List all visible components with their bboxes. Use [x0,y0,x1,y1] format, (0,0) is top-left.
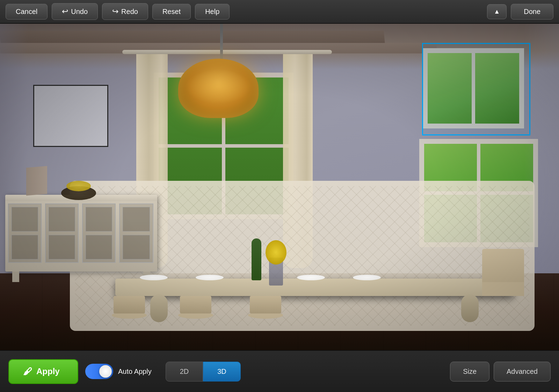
paint-icon: 🖌 [23,366,32,377]
flowers [266,240,286,286]
bottom-right-buttons: Size Advanced [450,362,551,382]
redo-icon: ↪ [112,7,118,16]
table-leg-left [150,294,168,322]
apply-button[interactable]: 🖌 Apply [8,359,78,384]
view-3d-button[interactable]: 3D [203,362,241,382]
top-toolbar: Cancel ↩ Undo ↪ Redo Reset Help ▲ Done [0,0,559,24]
size-label: Size [463,368,477,375]
reset-label: Reset [162,8,181,16]
window-right-top [423,48,524,128]
curtain-rod [122,50,332,54]
plate-1 [140,275,168,280]
view-2d-label: 2D [180,368,189,375]
help-button[interactable]: Help [195,4,230,20]
collapse-button[interactable]: ▲ [487,4,507,19]
chair-right [479,249,528,312]
cancel-button[interactable]: Cancel [6,4,48,20]
plate-2 [196,275,224,280]
scene-area[interactable] [0,24,559,350]
ceiling-beam-1 [0,31,385,43]
undo-label: Undo [71,8,88,16]
chair-front-center-left [175,263,217,319]
auto-apply-toggle[interactable] [85,364,113,379]
done-label: Done [524,8,540,15]
undo-button[interactable]: ↩ Undo [52,3,98,20]
chandelier-glow [185,69,252,104]
books [26,166,47,195]
toggle-knob [99,365,112,378]
view-toggle-group: 2D 3D [166,362,241,382]
auto-apply-container: Auto Apply [85,364,152,379]
auto-apply-label: Auto Apply [118,368,152,376]
chair-front-left [108,263,150,319]
size-button[interactable]: Size [450,362,489,382]
room-scene [0,24,559,350]
wall-frame [33,85,108,147]
apply-label: Apply [36,367,60,376]
cancel-label: Cancel [16,8,37,16]
collapse-icon: ▲ [494,8,500,15]
plate-4 [353,275,381,280]
advanced-button[interactable]: Advanced [494,362,551,382]
redo-label: Redo [121,8,138,16]
done-button[interactable]: Done [511,4,553,20]
plate-3 [297,275,325,280]
help-label: Help [205,8,219,16]
fruit-bowl [61,186,96,200]
advanced-label: Advanced [507,368,538,375]
view-3d-label: 3D [217,368,226,375]
undo-icon: ↩ [62,7,68,16]
reset-button[interactable]: Reset [152,4,191,20]
wine-bottle [252,238,261,280]
view-2d-button[interactable]: 2D [166,362,203,382]
redo-button[interactable]: ↪ Redo [102,3,148,20]
bottom-toolbar: 🖌 Apply Auto Apply 2D 3D Size Advanced [0,350,559,392]
table-leg-right [461,294,479,322]
